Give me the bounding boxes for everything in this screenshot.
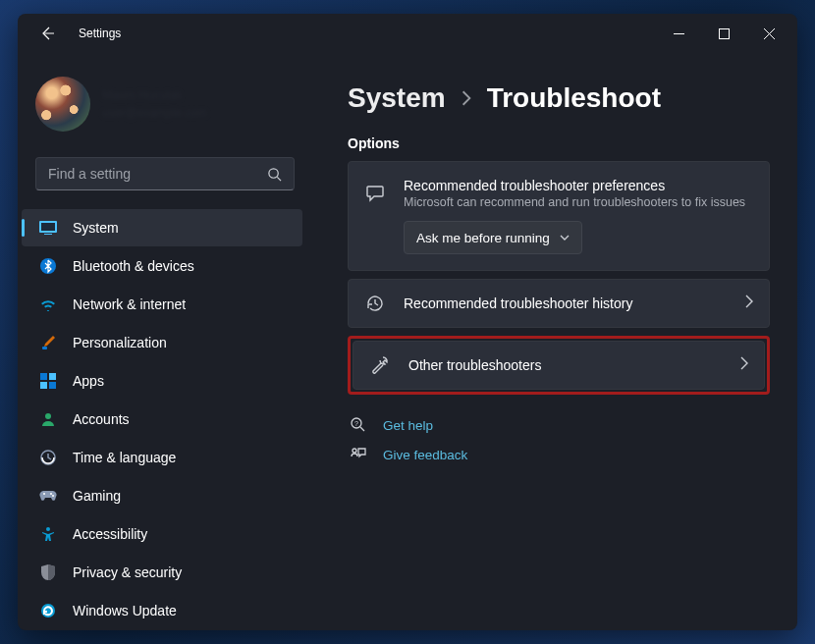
clock-icon bbox=[39, 449, 57, 466]
dropdown-value: Ask me before running bbox=[416, 231, 550, 245]
prefs-title: Recommended troubleshooter preferences bbox=[404, 178, 753, 193]
sidebar-item-accessibility[interactable]: Accessibility bbox=[22, 515, 302, 553]
troubleshooter-preferences-card: Recommended troubleshooter preferences M… bbox=[348, 161, 770, 271]
sidebar-item-network[interactable]: Network & internet bbox=[22, 286, 302, 323]
sidebar-item-time-language[interactable]: Time & language bbox=[22, 439, 302, 476]
titlebar: Settings bbox=[18, 14, 797, 53]
close-button[interactable] bbox=[746, 18, 791, 49]
accessibility-icon bbox=[39, 525, 57, 543]
breadcrumb-parent[interactable]: System bbox=[348, 82, 446, 114]
chevron-right-icon bbox=[460, 89, 473, 107]
give-feedback-text: Give feedback bbox=[383, 448, 467, 462]
sidebar-item-label: Accounts bbox=[73, 411, 130, 427]
back-button[interactable] bbox=[31, 18, 63, 49]
svg-point-15 bbox=[46, 527, 50, 531]
profile-name: Mauro Huculak bbox=[102, 86, 295, 104]
close-icon bbox=[764, 28, 775, 39]
svg-point-13 bbox=[50, 493, 52, 495]
get-help-link[interactable]: ? Get help bbox=[348, 416, 770, 434]
help-icon: ? bbox=[348, 416, 369, 434]
window-title: Settings bbox=[79, 27, 121, 40]
system-icon bbox=[39, 219, 57, 237]
svg-point-14 bbox=[52, 495, 54, 497]
svg-text:?: ? bbox=[354, 420, 358, 427]
help-links: ? Get help Give feedback bbox=[348, 416, 770, 463]
svg-rect-6 bbox=[42, 347, 47, 349]
chevron-right-icon bbox=[745, 295, 753, 308]
sidebar-item-bluetooth[interactable]: Bluetooth & devices bbox=[22, 247, 302, 285]
breadcrumb: System Troubleshoot bbox=[348, 82, 770, 114]
update-icon bbox=[39, 602, 57, 619]
gamepad-icon bbox=[39, 487, 57, 505]
sidebar-item-label: Accessibility bbox=[73, 526, 147, 542]
svg-rect-3 bbox=[41, 223, 55, 231]
other-label: Other troubleshooters bbox=[408, 357, 723, 373]
minimize-button[interactable] bbox=[656, 18, 701, 49]
svg-rect-9 bbox=[40, 382, 47, 389]
svg-rect-8 bbox=[49, 373, 56, 380]
sidebar-item-label: Apps bbox=[73, 373, 104, 389]
maximize-button[interactable] bbox=[701, 18, 746, 49]
chat-icon bbox=[364, 184, 386, 203]
page-title: Troubleshoot bbox=[487, 82, 661, 114]
sidebar-item-label: Windows Update bbox=[73, 603, 177, 618]
section-title: Options bbox=[348, 135, 770, 151]
svg-rect-4 bbox=[44, 234, 52, 235]
svg-rect-7 bbox=[40, 373, 47, 380]
sidebar-item-label: Privacy & security bbox=[73, 564, 182, 580]
sidebar-item-privacy-security[interactable]: Privacy & security bbox=[22, 554, 302, 591]
arrow-left-icon bbox=[39, 26, 55, 41]
sidebar-item-label: System bbox=[73, 220, 119, 236]
other-troubleshooters-card[interactable]: Other troubleshooters bbox=[353, 341, 765, 390]
history-label: Recommended troubleshooter history bbox=[404, 295, 728, 311]
apps-icon bbox=[39, 372, 57, 390]
bluetooth-icon bbox=[39, 257, 57, 275]
troubleshooter-history-card[interactable]: Recommended troubleshooter history bbox=[348, 279, 770, 328]
person-icon bbox=[39, 410, 57, 428]
chevron-right-icon bbox=[740, 356, 748, 370]
settings-window: Settings Mauro Huculak user@example.com bbox=[18, 14, 797, 630]
sidebar-item-label: Network & internet bbox=[73, 296, 186, 312]
sidebar-item-system[interactable]: System bbox=[22, 209, 302, 246]
svg-rect-10 bbox=[49, 382, 56, 389]
wifi-icon bbox=[39, 295, 57, 313]
profile-block[interactable]: Mauro Huculak user@example.com bbox=[18, 63, 312, 149]
prefs-subtitle: Microsoft can recommend and run troubles… bbox=[404, 195, 753, 209]
chevron-down-icon bbox=[560, 234, 570, 242]
avatar bbox=[35, 77, 90, 132]
nav-list: System Bluetooth & devices Network & int… bbox=[18, 204, 312, 620]
svg-point-1 bbox=[269, 168, 278, 177]
sidebar-item-label: Gaming bbox=[73, 488, 121, 504]
get-help-text: Get help bbox=[383, 418, 433, 433]
search-input[interactable] bbox=[48, 166, 267, 182]
svg-rect-0 bbox=[719, 28, 729, 38]
minimize-icon bbox=[674, 28, 684, 39]
main-content: System Troubleshoot Options Recommended … bbox=[312, 53, 797, 630]
svg-point-11 bbox=[45, 413, 51, 419]
give-feedback-link[interactable]: Give feedback bbox=[348, 446, 770, 463]
profile-email: user@example.com bbox=[102, 104, 295, 122]
shield-icon bbox=[39, 564, 57, 581]
history-icon bbox=[364, 294, 386, 313]
search-icon bbox=[267, 167, 282, 182]
sidebar-item-label: Bluetooth & devices bbox=[73, 258, 194, 274]
feedback-icon bbox=[348, 446, 369, 463]
search-box[interactable] bbox=[35, 157, 295, 190]
wrench-icon bbox=[369, 355, 391, 375]
brush-icon bbox=[39, 334, 57, 351]
sidebar-item-windows-update[interactable]: Windows Update bbox=[22, 592, 302, 620]
sidebar-item-accounts[interactable]: Accounts bbox=[22, 401, 302, 438]
sidebar-item-apps[interactable]: Apps bbox=[22, 362, 302, 400]
sidebar-item-label: Personalization bbox=[73, 335, 167, 350]
sidebar: Mauro Huculak user@example.com System bbox=[18, 53, 312, 630]
prefs-dropdown[interactable]: Ask me before running bbox=[404, 221, 582, 254]
svg-point-19 bbox=[353, 449, 356, 453]
highlight-box: Other troubleshooters bbox=[348, 336, 770, 395]
sidebar-item-personalization[interactable]: Personalization bbox=[22, 324, 302, 361]
sidebar-item-gaming[interactable]: Gaming bbox=[22, 477, 302, 514]
maximize-icon bbox=[719, 28, 730, 39]
sidebar-item-label: Time & language bbox=[73, 450, 176, 465]
